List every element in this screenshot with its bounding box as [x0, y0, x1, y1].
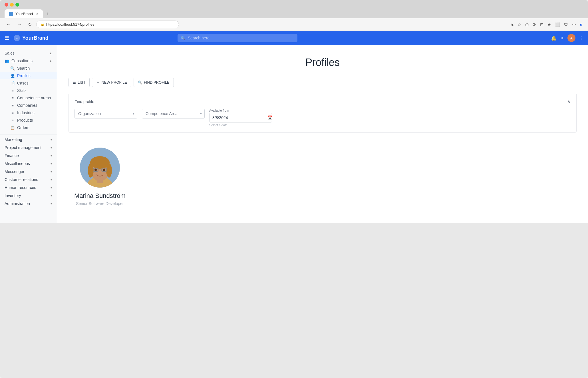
browser-nav: ← → ↻ 🔒 https://localhost:5174/profiles … — [0, 18, 588, 31]
profile-avatar — [80, 148, 120, 188]
page-title: Profiles — [69, 57, 577, 69]
sidebar-item-search[interactable]: 🔍 Search — [0, 65, 57, 72]
new-tab-button[interactable]: + — [44, 10, 52, 18]
finance-label: Finance — [5, 153, 19, 158]
list-button[interactable]: ☰ LIST — [69, 78, 90, 87]
search-input[interactable] — [178, 34, 297, 42]
human-resources-section-header[interactable]: Human resources ▾ — [0, 184, 57, 192]
competence-areas-label: Competence areas — [17, 96, 51, 100]
companies-icon: ≡ — [10, 103, 15, 108]
sidebar-item-skills[interactable]: ≡ Skills — [0, 87, 57, 94]
favorites-button[interactable]: ★ — [546, 21, 552, 28]
filter-card: Find profile ∧ Organization — [69, 93, 577, 133]
miscellaneous-section-header[interactable]: Miscellaneous ▾ — [0, 160, 57, 168]
competence-area-filter: Competence Area — [142, 109, 205, 118]
sidebar-item-companies[interactable]: ≡ Companies — [0, 102, 57, 109]
sidebar-item-cases[interactable]: 📄 Cases — [0, 79, 57, 87]
new-profile-button[interactable]: ＋ NEW PROFILE — [92, 78, 131, 87]
messenger-label: Messenger — [5, 169, 24, 174]
app-wrapper: ☰ ○ YourBrand 🔍 🔔 ☀ A ⋮ — [0, 31, 588, 223]
hr-chevron-icon: ▾ — [51, 186, 52, 190]
theme-toggle-icon[interactable]: ☀ — [560, 35, 564, 41]
list-icon: ☰ — [73, 81, 76, 85]
customer-relations-section-header[interactable]: Customer relations ▾ — [0, 176, 57, 184]
browser-toolbar-icons: 𝐀 ☆ ⬡ ⟳ ⊡ ★ ⬜ 🛡 ⋯ e — [510, 21, 583, 28]
sidebar-item-competence-areas[interactable]: ≡ Competence areas — [0, 94, 57, 102]
extensions-button[interactable]: ⬡ — [524, 21, 530, 28]
notification-icon[interactable]: 🔔 — [551, 35, 557, 41]
sales-chevron-icon: ▲ — [49, 51, 52, 55]
svg-point-12 — [94, 169, 97, 171]
calendar-icon[interactable]: 📅 — [265, 113, 272, 122]
header-search-area: 🔍 — [178, 34, 297, 42]
back-button[interactable]: ← — [5, 21, 13, 28]
misc-chevron-icon: ▾ — [51, 162, 52, 166]
main-content: Profiles ☰ LIST ＋ NEW PROFILE 🔍 FIND PRO… — [57, 45, 588, 223]
minimize-window-button[interactable] — [10, 3, 14, 7]
administration-label: Administration — [5, 201, 30, 206]
sidebar-item-profiles[interactable]: 👤 Profiles — [0, 72, 57, 79]
split-view-button[interactable]: ⊡ — [539, 21, 545, 28]
profile-card[interactable]: Marina Sundström Senior Software Develop… — [69, 142, 131, 212]
find-profile-button[interactable]: 🔍 FIND PROFILE — [134, 78, 174, 87]
browser-titlebar — [0, 0, 588, 9]
browser-window: YourBrand × + ← → ↻ 🔒 https://localhost:… — [0, 0, 588, 378]
sidebar-item-orders[interactable]: 📋 Orders — [0, 124, 57, 131]
sidebar-item-industries[interactable]: ≡ Industries — [0, 109, 57, 116]
close-window-button[interactable] — [5, 3, 8, 7]
available-from-filter: Available from 📅 Select a date — [209, 109, 272, 127]
edge-icon[interactable]: e — [579, 21, 583, 28]
address-bar[interactable]: 🔒 https://localhost:5174/profiles — [36, 21, 179, 28]
sidebar-item-consultants[interactable]: 👥 Consultants ▲ — [0, 57, 57, 65]
companies-label: Companies — [17, 103, 37, 108]
collections-button[interactable]: ⬜ — [554, 21, 561, 28]
profile-avatar-image — [80, 148, 120, 188]
app-logo: ○ YourBrand — [14, 35, 49, 41]
available-from-input[interactable] — [210, 113, 265, 122]
cases-label: Cases — [17, 81, 29, 85]
sync-button[interactable]: ⟳ — [531, 21, 537, 28]
profile-name: Marina Sundström — [74, 192, 126, 200]
hamburger-menu-icon[interactable]: ☰ — [5, 35, 9, 41]
more-button[interactable]: ⋯ — [571, 21, 577, 28]
available-from-label: Available from — [209, 109, 272, 112]
refresh-button[interactable]: ↻ — [26, 21, 33, 28]
search-nav-label: Search — [17, 66, 30, 71]
organization-select[interactable]: Organization — [74, 109, 137, 118]
sidebar: Sales ▲ 👥 Consultants ▲ 🔍 Search � — [0, 45, 57, 223]
marketing-section-header[interactable]: Marketing ▾ — [0, 136, 57, 144]
competence-area-select[interactable]: Competence Area — [142, 109, 205, 118]
sidebar-item-products[interactable]: ≡ Products — [0, 116, 57, 124]
lock-icon: 🔒 — [41, 23, 45, 26]
filter-card-title: Find profile — [74, 99, 94, 104]
app-name: YourBrand — [22, 35, 49, 41]
inventory-label: Inventory — [5, 193, 21, 198]
url-text: https://localhost:5174/profiles — [46, 22, 94, 27]
administration-section-header[interactable]: Administration ▾ — [0, 200, 57, 208]
sales-section-header[interactable]: Sales ▲ — [0, 49, 57, 57]
project-management-section-header[interactable]: Project management ▾ — [0, 144, 57, 152]
tab-close-button[interactable]: × — [36, 12, 38, 16]
cr-chevron-icon: ▾ — [51, 178, 52, 182]
more-options-icon[interactable]: ⋮ — [579, 35, 583, 41]
industries-label: Industries — [17, 110, 35, 115]
reader-mode-button[interactable]: 𝐀 — [510, 21, 515, 28]
bookmark-button[interactable]: ☆ — [516, 21, 522, 28]
filter-collapse-button[interactable]: ∧ — [567, 99, 571, 104]
finance-section-header[interactable]: Finance ▾ — [0, 152, 57, 160]
messenger-section-header[interactable]: Messenger ▾ — [0, 168, 57, 176]
user-avatar[interactable]: A — [567, 34, 575, 42]
inventory-section-header[interactable]: Inventory ▾ — [0, 192, 57, 200]
active-tab[interactable]: YourBrand × — [5, 9, 43, 18]
plus-icon: ＋ — [96, 80, 100, 85]
toolbar: ☰ LIST ＋ NEW PROFILE 🔍 FIND PROFILE — [69, 78, 577, 87]
maximize-window-button[interactable] — [15, 3, 19, 7]
filter-row: Organization Competence Area — [74, 109, 571, 127]
forward-button[interactable]: → — [15, 21, 23, 28]
profiles-label: Profiles — [17, 73, 31, 78]
orders-label: Orders — [17, 125, 29, 130]
products-icon: ≡ — [10, 118, 15, 122]
shield-button[interactable]: 🛡 — [563, 21, 569, 28]
tab-favicon — [9, 12, 13, 16]
search-nav-icon: 🔍 — [10, 66, 15, 71]
